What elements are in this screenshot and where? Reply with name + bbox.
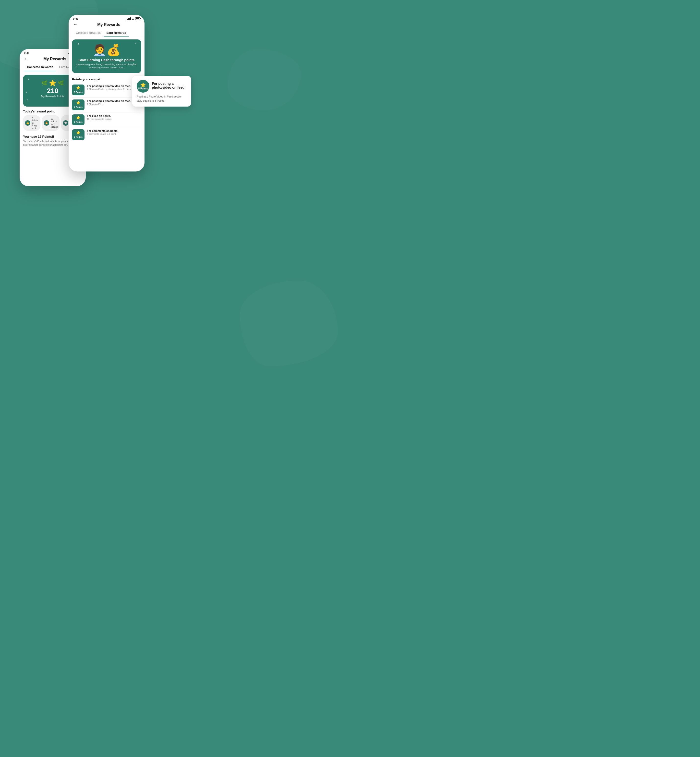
star-icon-4: ⭐ <box>74 101 83 104</box>
tabs-right: Collected Rewards Earn Rewards <box>69 29 144 37</box>
points-title-comments: For comments on posts. <box>87 129 118 132</box>
points-desc-4: 1 Photo and V... <box>87 103 131 105</box>
status-icons-right: ▲ <box>127 17 140 20</box>
points-info-comments: For comments on posts. 3 comments equals… <box>87 129 118 135</box>
pill-like: 👍 2 Points for liking post <box>23 115 41 131</box>
points-item-4: ⭐ 4 Points For posting a photo/video on … <box>72 97 141 113</box>
points-info-likes: For likes on posts. 10 likes equals to 1… <box>87 114 112 120</box>
tab-collected-rewards-left[interactable]: Collected Rewards <box>24 63 56 71</box>
wifi-icon-right: ▲ <box>132 17 134 20</box>
points-item-comments: ⭐ 2 Points For comments on posts. 3 comm… <box>72 127 141 142</box>
page-title-right: My Rewards <box>77 22 140 27</box>
highlight-star-icon: ⭐ <box>141 83 146 87</box>
earn-banner: ✦ ✦ ✦ ✦ 🧑‍💼💰 Start Earning Cash through … <box>72 39 141 73</box>
like-icon: 👍 <box>25 120 30 126</box>
badge-value-likes: 2 Points <box>74 121 83 123</box>
star-icon: ⭐ <box>49 80 56 86</box>
banner-sparkle-1: ✦ <box>77 42 80 46</box>
back-button-right[interactable]: ← <box>73 22 77 27</box>
pill-like-text: 2 Points for liking post <box>31 116 39 130</box>
tab-earn-rewards-right[interactable]: Earn Rewards <box>104 29 129 37</box>
banner-sparkle-2: ✦ <box>134 42 136 45</box>
points-title-8: For posting a photo/video on feed. <box>87 84 131 88</box>
points-item-likes: ⭐ 2 Points For likes on posts. 10 likes … <box>72 113 141 127</box>
points-badge-4: ⭐ 4 Points <box>72 100 84 110</box>
star-icon-likes: ⭐ <box>74 116 83 119</box>
pill-streak-text: 12 Points for streaks <box>50 117 58 128</box>
banner-subtitle: Start earning points through maintaining… <box>76 63 137 69</box>
tooltip-description: Posting 1 Photo/Video in Feed section da… <box>137 95 187 103</box>
status-bar-right: 9:41 ▲ <box>69 15 144 21</box>
tooltip-popup: ⭐ 8 Points For posting a photo/video on … <box>132 76 191 106</box>
badge-value-8: 8 Points <box>74 91 83 93</box>
points-desc-likes: 10 likes equals to 1 point. <box>87 118 112 120</box>
laurel-left: 🌿 <box>41 80 47 86</box>
points-item-8: ⭐ 8 Points For posting a photo/video on … <box>72 83 141 97</box>
comment-icon: 💬 <box>63 120 68 126</box>
signal-icon-right <box>127 17 131 20</box>
highlight-badge: ⭐ 8 Points <box>137 80 149 92</box>
star-icon-8: ⭐ <box>74 86 83 89</box>
time-right: 9:41 <box>73 17 78 20</box>
banner-title: Start Earning Cash through points <box>76 58 137 62</box>
points-badge-comments: ⭐ 2 Points <box>72 129 84 140</box>
points-info-4: For posting a photo/video on feed. 1 Pho… <box>87 100 131 105</box>
points-desc-comments: 3 comments equals to 1 point. <box>87 133 118 135</box>
sparkle-5: ✦ <box>25 91 27 94</box>
scene: 9:41 ▲ ← My Rewards Collected Rewards <box>0 0 350 378</box>
battery-icon-right <box>135 17 140 20</box>
tooltip-header: ⭐ 8 Points For posting a photo/video on … <box>137 80 187 92</box>
points-title-likes: For likes on posts. <box>87 114 112 117</box>
tooltip-title: For posting a photo/video on feed. <box>152 81 187 89</box>
points-badge-likes: ⭐ 2 Points <box>72 114 84 125</box>
phone-header-right: ← My Rewards <box>69 21 144 29</box>
sparkle-1: ✦ <box>27 78 30 81</box>
tab-collected-rewards-right[interactable]: Collected Rewards <box>73 29 104 37</box>
pill-streak: 🔥 12 Points for streaks <box>42 115 59 131</box>
streak-icon: 🔥 <box>44 120 49 126</box>
laurel-right: 🌿 <box>58 80 64 86</box>
points-desc-8: 1 Photo and Video posting equals to 2 po… <box>87 88 131 91</box>
badge-value-comments: 2 Points <box>74 136 83 138</box>
time-left: 9:41 <box>24 52 30 55</box>
star-icon-comments: ⭐ <box>74 131 83 134</box>
badge-value-4: 4 Points <box>74 106 83 108</box>
points-title-4: For posting a photo/video on feed. <box>87 100 131 102</box>
points-info-8: For posting a photo/video on feed. 1 Pho… <box>87 84 131 91</box>
points-badge-8: ⭐ 8 Points <box>72 84 84 95</box>
sparkle-3: ✦ <box>26 98 28 102</box>
back-button-left[interactable]: ← <box>24 56 28 61</box>
highlight-badge-value: 8 Points <box>138 87 148 90</box>
banner-illustration: 🧑‍💼💰 <box>76 43 137 56</box>
